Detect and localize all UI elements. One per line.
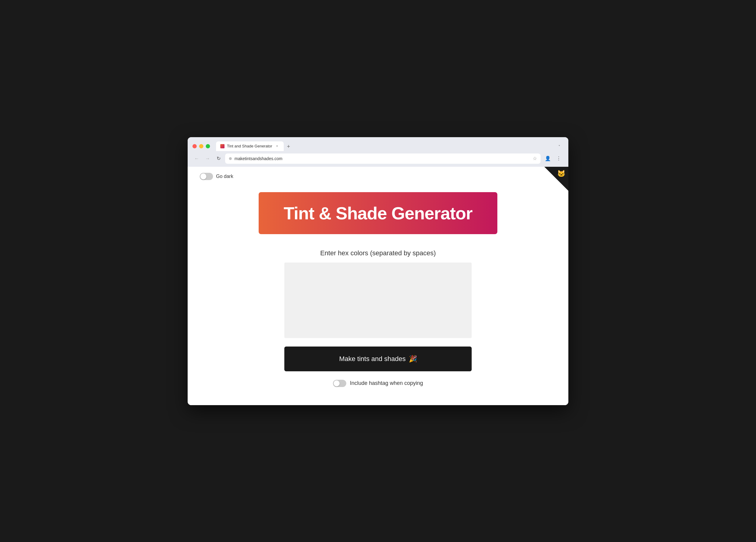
profile-icon[interactable]: 👤 (543, 154, 553, 163)
address-url: maketintsandshades.com (234, 156, 530, 161)
tab-title: Tint and Shade Generator (227, 144, 272, 148)
page-content: 🐱 Go dark Tint & Shade Generator Enter h… (188, 167, 568, 405)
hero-banner: Tint & Shade Generator (259, 192, 497, 234)
close-traffic-light[interactable] (192, 144, 197, 148)
submit-button-label: Make tints and shades (339, 355, 405, 363)
maximize-traffic-light[interactable] (206, 144, 210, 148)
hashtag-toggle-knob (334, 380, 340, 386)
bookmark-icon[interactable]: ☆ (533, 156, 537, 161)
traffic-lights (192, 144, 210, 148)
main-content: Tint & Shade Generator Enter hex colors … (200, 189, 556, 387)
hashtag-label: Include hashtag when copying (350, 380, 423, 386)
address-lock-icon: ⊕ (229, 156, 232, 161)
submit-button-emoji: 🎉 (409, 355, 417, 363)
submit-button[interactable]: Make tints and shades 🎉 (284, 347, 472, 371)
hashtag-row: Include hashtag when copying (333, 380, 423, 387)
dark-mode-row: Go dark (200, 173, 556, 180)
tab-favicon (220, 144, 225, 148)
title-bar: Tint and Shade Generator × + ˅ (188, 137, 568, 151)
hashtag-toggle[interactable] (333, 380, 346, 387)
reload-button[interactable]: ↻ (214, 154, 223, 163)
new-tab-button[interactable]: + (284, 143, 293, 151)
toolbar-icons: 👤 ⋮ (543, 154, 564, 163)
dark-mode-toggle[interactable] (200, 173, 213, 180)
hero-title: Tint & Shade Generator (271, 203, 485, 223)
hex-colors-input[interactable] (284, 263, 472, 338)
tab-bar: Tint and Shade Generator × + ˅ (216, 141, 564, 151)
forward-button[interactable]: → (203, 154, 212, 163)
browser-chrome: Tint and Shade Generator × + ˅ ← → ↻ ⊕ m… (188, 137, 568, 167)
form-label: Enter hex colors (separated by spaces) (320, 249, 436, 257)
more-menu-icon[interactable]: ⋮ (554, 154, 564, 163)
browser-window: Tint and Shade Generator × + ˅ ← → ↻ ⊕ m… (188, 137, 568, 405)
address-bar[interactable]: ⊕ maketintsandshades.com ☆ (225, 153, 541, 164)
back-button[interactable]: ← (192, 154, 201, 163)
address-bar-row: ← → ↻ ⊕ maketintsandshades.com ☆ 👤 ⋮ (188, 151, 568, 167)
active-tab[interactable]: Tint and Shade Generator × (216, 141, 284, 151)
dark-mode-label: Go dark (216, 174, 233, 179)
tab-chevron-icon[interactable]: ˅ (555, 143, 564, 151)
minimize-traffic-light[interactable] (199, 144, 203, 148)
tab-close-button[interactable]: × (275, 144, 279, 149)
toggle-knob (200, 173, 206, 179)
corner-cat-icon: 🐱 (557, 170, 565, 178)
